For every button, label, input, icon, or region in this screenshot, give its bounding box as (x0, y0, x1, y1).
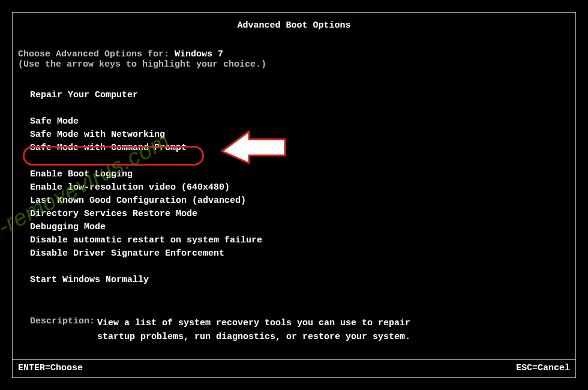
instruction-prefix: Choose Advanced Options for: (18, 49, 175, 59)
arrow-annotation-icon (216, 124, 288, 166)
menu-group-repair: Repair Your Computer (30, 89, 262, 102)
menu-item-debugging[interactable]: Debugging Mode (30, 221, 262, 234)
page-title: Advanced Boot Options (0, 20, 588, 31)
menu-item-last-known-good[interactable]: Last Known Good Configuration (advanced) (30, 194, 262, 208)
description-text: View a list of system recovery tools you… (97, 316, 439, 344)
boot-menu: Repair Your Computer Safe Mode Safe Mode… (30, 89, 262, 300)
description-block: Description: View a list of system recov… (30, 316, 439, 344)
menu-item-start-normal[interactable]: Start Windows Normally (30, 274, 262, 287)
menu-item-disable-driver-sig[interactable]: Disable Driver Signature Enforcement (30, 247, 262, 260)
os-label: Windows 7 (175, 49, 223, 59)
menu-group-advanced: Enable Boot Logging Enable low-resolutio… (30, 168, 262, 260)
menu-item-repair[interactable]: Repair Your Computer (30, 89, 262, 102)
menu-group-normal: Start Windows Normally (30, 274, 262, 287)
footer-bar: ENTER=Choose ESC=Cancel (18, 363, 570, 373)
menu-item-boot-logging[interactable]: Enable Boot Logging (30, 168, 262, 181)
highlight-annotation (23, 146, 204, 166)
description-label: Description: (30, 316, 97, 344)
footer-divider (13, 359, 575, 360)
instruction-block: Choose Advanced Options for: Windows 7 (… (18, 49, 266, 70)
menu-item-ds-restore[interactable]: Directory Services Restore Mode (30, 208, 262, 221)
menu-item-low-res[interactable]: Enable low-resolution video (640x480) (30, 181, 262, 194)
menu-item-disable-auto-restart[interactable]: Disable automatic restart on system fail… (30, 234, 262, 247)
footer-esc: ESC=Cancel (516, 363, 570, 373)
footer-enter: ENTER=Choose (18, 363, 83, 373)
instruction-hint: (Use the arrow keys to highlight your ch… (18, 59, 266, 70)
